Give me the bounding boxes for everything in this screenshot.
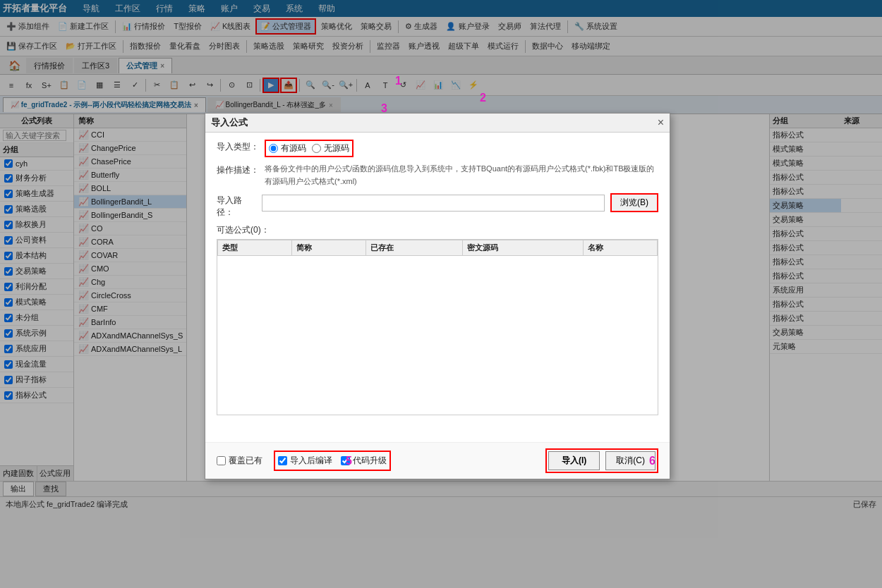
upgrade-checkbox[interactable] [341, 456, 350, 465]
path-input-row: 浏览(B) [262, 193, 658, 212]
cancel-btn[interactable]: 取消(C) [605, 451, 656, 470]
desc-text: 将备份文件中的用户公式/函数的源码信息导入到系统中，支持TBQuant的有源码用… [265, 163, 658, 188]
browse-btn[interactable]: 浏览(B) [610, 193, 658, 212]
desc-row: 操作描述： 将备份文件中的用户公式/函数的源码信息导入到系统中，支持TBQuan… [217, 163, 658, 188]
source-option-highlight: 有源码 无源码 [265, 140, 354, 157]
path-row: 导入路径： 浏览(B) [217, 193, 658, 219]
formula-table-label: 可选公式(0)： [217, 224, 658, 236]
import-type-row: 导入类型： 有源码 无源码 [217, 140, 658, 157]
source-option-label: 有源码 [281, 142, 306, 154]
upgrade-label: 代码升级 [353, 455, 387, 467]
formula-selectable-table: 类型 简称 已存在 密文源码 名称 [217, 240, 658, 256]
overwrite-checkbox[interactable] [217, 456, 226, 465]
source-radio[interactable] [269, 144, 278, 153]
footer-right: 导入(I) 取消(C) [545, 448, 658, 473]
footer-left: 覆盖已有 导入后编译 代码升级 [217, 451, 391, 471]
compile-checkbox[interactable] [278, 456, 287, 465]
col-encrypted: 密文源码 [463, 240, 584, 256]
overwrite-label: 覆盖已有 [229, 455, 262, 467]
dialog-overlay: 导入公式 × 导入类型： 有源码 无源码 [0, 0, 882, 588]
col-fullname: 名称 [584, 240, 658, 256]
dialog-footer: 覆盖已有 导入后编译 代码升级 导入(I) 取消(C) [205, 442, 670, 479]
formula-table-scroll: 类型 简称 已存在 密文源码 名称 [217, 239, 658, 415]
dialog-close-btn[interactable]: × [658, 116, 664, 129]
dialog-title-bar: 导入公式 × [205, 114, 670, 133]
path-input[interactable] [262, 195, 605, 212]
compile-option[interactable]: 导入后编译 [278, 455, 332, 467]
import-btn[interactable]: 导入(I) [548, 451, 600, 470]
compile-upgrade-highlight: 导入后编译 代码升级 [274, 451, 391, 471]
desc-label: 操作描述： [217, 163, 259, 176]
source-radio-option[interactable]: 有源码 [269, 142, 306, 154]
col-type: 类型 [218, 240, 292, 256]
nosource-radio-option[interactable]: 无源码 [312, 142, 349, 154]
import-type-label: 导入类型： [217, 140, 259, 153]
overwrite-option[interactable]: 覆盖已有 [217, 455, 262, 467]
col-exists: 已存在 [366, 240, 463, 256]
nosource-radio[interactable] [312, 144, 321, 153]
nosource-option-label: 无源码 [324, 142, 349, 154]
import-formula-dialog: 导入公式 × 导入类型： 有源码 无源码 [205, 113, 670, 479]
col-name: 简称 [291, 240, 366, 256]
compile-label: 导入后编译 [290, 455, 332, 467]
dialog-body: 导入类型： 有源码 无源码 操作描述： 将备份文件中的用户公式/函数的源码信息导… [205, 133, 670, 442]
formula-table-section: 可选公式(0)： 类型 简称 已存在 密文源码 名称 [217, 224, 658, 435]
upgrade-option[interactable]: 代码升级 [341, 455, 387, 467]
path-label: 导入路径： [217, 193, 256, 219]
dialog-title: 导入公式 [211, 116, 248, 129]
